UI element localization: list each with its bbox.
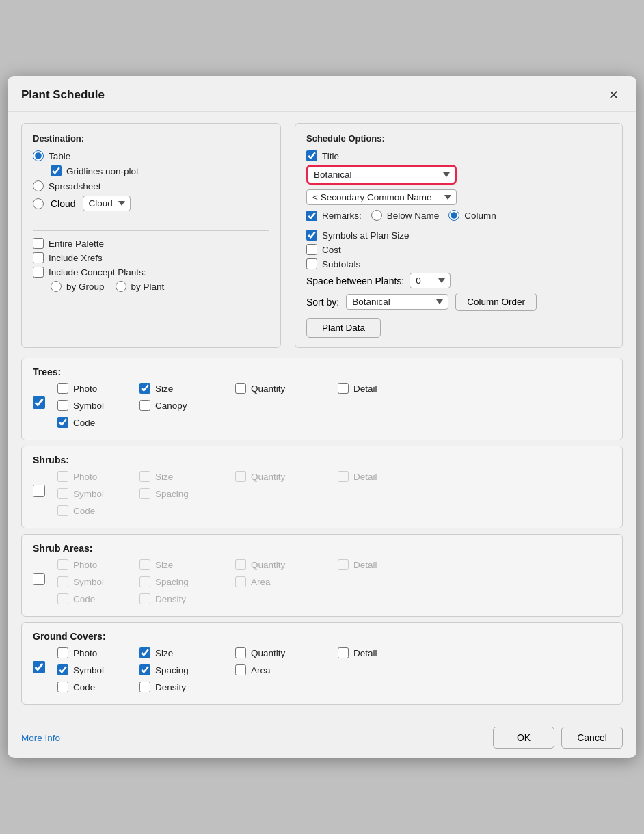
gc-detail-checkbox[interactable] — [338, 647, 349, 658]
cloud-radio[interactable] — [33, 198, 44, 209]
table-label: Table — [49, 151, 70, 161]
shrub-areas-symbol-checkbox[interactable] — [57, 576, 68, 587]
trees-section: Trees: Photo Symbol Code — [21, 358, 623, 440]
cloud-select[interactable]: Cloud — [83, 196, 131, 211]
subtotals-checkbox[interactable] — [306, 258, 317, 269]
title-checkbox[interactable] — [306, 150, 317, 161]
btn-group: OK Cancel — [493, 727, 623, 749]
cost-checkbox[interactable] — [306, 244, 317, 255]
more-info-button[interactable]: More Info — [21, 733, 60, 743]
shrubs-qty-row: Quantity — [235, 471, 324, 482]
shrubs-detail-checkbox[interactable] — [338, 471, 349, 482]
gc-detail-label: Detail — [353, 648, 377, 658]
shrub-areas-code-label: Code — [73, 594, 95, 604]
title-row: Title — [306, 150, 611, 161]
trees-size-checkbox[interactable] — [139, 383, 150, 394]
shrub-areas-density-checkbox[interactable] — [139, 593, 150, 604]
shrub-areas-area-checkbox[interactable] — [235, 576, 246, 587]
gc-spacing-row: Spacing — [139, 664, 222, 675]
space-between-select[interactable]: 0123 — [410, 273, 451, 288]
include-concept-checkbox[interactable] — [33, 267, 44, 278]
shrubs-main-checkbox[interactable] — [33, 485, 45, 497]
shrub-areas-detail-checkbox[interactable] — [338, 559, 349, 570]
trees-qty-col: Quantity — [235, 383, 324, 397]
gc-spacing-checkbox[interactable] — [139, 664, 150, 675]
shrub-areas-qty-checkbox[interactable] — [235, 559, 246, 570]
gc-code-checkbox[interactable] — [57, 682, 68, 692]
trees-qty-checkbox[interactable] — [235, 383, 246, 394]
trees-code-checkbox[interactable] — [57, 417, 68, 428]
gc-qty-checkbox[interactable] — [235, 647, 246, 658]
trees-main-checkbox[interactable] — [33, 396, 45, 409]
shrub-areas-detail-col: Detail — [338, 559, 392, 574]
trees-symbol-checkbox[interactable] — [57, 400, 68, 411]
shrubs-symbol-checkbox[interactable] — [57, 488, 68, 499]
shrub-areas-code-checkbox[interactable] — [57, 593, 68, 604]
by-group-label: by Group — [66, 282, 105, 292]
cancel-button[interactable]: Cancel — [561, 727, 623, 749]
cloud-label: Cloud — [51, 198, 76, 209]
shrubs-size-checkbox[interactable] — [139, 471, 150, 482]
gridlines-checkbox[interactable] — [51, 165, 62, 176]
gc-area-row: Area — [235, 664, 324, 675]
by-plant-radio[interactable] — [116, 281, 126, 292]
gc-density-row: Density — [139, 682, 222, 692]
gc-area-checkbox[interactable] — [235, 664, 246, 675]
table-radio[interactable] — [33, 150, 44, 161]
column-radio[interactable] — [448, 210, 459, 221]
shrub-areas-main-checkbox[interactable] — [33, 573, 45, 585]
gc-size-checkbox[interactable] — [139, 647, 150, 658]
shrubs-code-label: Code — [73, 506, 95, 516]
secondary-name-select[interactable]: < Secondary Common Name < Common Name < … — [306, 189, 457, 205]
symbols-checkbox[interactable] — [306, 230, 317, 241]
shrubs-spacing-checkbox[interactable] — [139, 488, 150, 499]
gc-size-row: Size — [139, 647, 222, 658]
sort-select[interactable]: Botanical Common Code — [346, 294, 448, 310]
shrub-areas-spacing-checkbox[interactable] — [139, 576, 150, 587]
gc-symbol-checkbox[interactable] — [57, 664, 68, 675]
below-name-radio[interactable] — [371, 210, 382, 221]
gc-density-label: Density — [155, 682, 186, 692]
shrubs-photo-checkbox[interactable] — [57, 471, 68, 482]
shrub-areas-code-row: Code — [57, 593, 133, 604]
by-group-radio[interactable] — [51, 281, 62, 292]
gc-detail-row: Detail — [338, 647, 392, 658]
space-between-label: Space between Plants: — [306, 275, 404, 286]
shrub-areas-size-row: Size — [139, 559, 222, 570]
spreadsheet-radio[interactable] — [33, 180, 44, 191]
trees-size-row: Size — [139, 383, 222, 394]
sort-by-label: Sort by: — [306, 297, 339, 308]
dialog-body: Destination: Table Gridlines non-plot Sp… — [8, 112, 636, 720]
column-order-button[interactable]: Column Order — [455, 293, 537, 311]
gc-photo-checkbox[interactable] — [57, 647, 68, 658]
trees-detail-checkbox[interactable] — [338, 383, 349, 394]
spreadsheet-radio-row: Spreadsheet — [33, 180, 269, 191]
ok-button[interactable]: OK — [493, 727, 554, 749]
plant-data-button[interactable]: Plant Data — [306, 318, 381, 338]
entire-palette-checkbox[interactable] — [33, 238, 44, 249]
trees-canopy-label: Canopy — [155, 401, 187, 411]
shrubs-code-checkbox[interactable] — [57, 505, 68, 516]
remarks-checkbox[interactable] — [306, 211, 317, 221]
trees-code-label: Code — [73, 418, 95, 428]
shrub-areas-area-row: Area — [235, 576, 324, 587]
shrubs-qty-checkbox[interactable] — [235, 471, 246, 482]
trees-symbol-label: Symbol — [73, 401, 104, 411]
gc-density-checkbox[interactable] — [139, 682, 150, 692]
trees-photo-label: Photo — [73, 384, 97, 394]
close-button[interactable]: ✕ — [604, 85, 623, 105]
shrubs-detail-label: Detail — [353, 472, 377, 482]
shrub-areas-size-checkbox[interactable] — [139, 559, 150, 570]
botanical-select[interactable]: Botanical Common Code — [306, 165, 457, 185]
shrubs-title: Shrubs: — [33, 455, 611, 466]
trees-canopy-checkbox[interactable] — [139, 400, 150, 411]
ground-covers-main-checkbox[interactable] — [33, 661, 45, 673]
shrub-areas-photo-col: Photo Symbol Code — [57, 559, 133, 608]
gc-photo-col: Photo Symbol Code — [57, 647, 133, 696]
include-xrefs-checkbox[interactable] — [33, 252, 44, 263]
shrub-areas-qty-col: Quantity Area — [235, 559, 324, 591]
shrub-areas-photo-checkbox[interactable] — [57, 559, 68, 570]
trees-detail-col: Detail — [338, 383, 392, 397]
trees-photo-checkbox[interactable] — [57, 383, 68, 394]
include-xrefs-label: Include Xrefs — [49, 253, 103, 263]
